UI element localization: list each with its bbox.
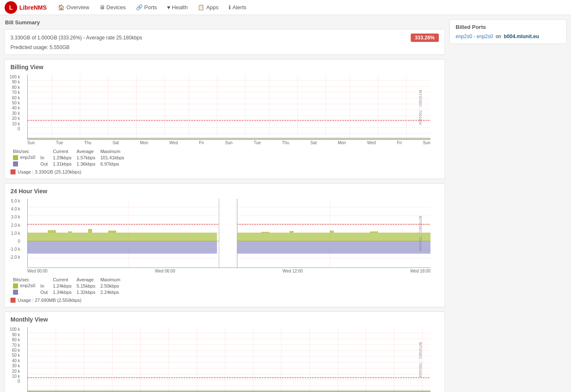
svg-rect-51: [261, 232, 269, 233]
bill-summary-header: Bill Summary: [4, 19, 445, 26]
billing-legend: Bits/sec Current Average Maximum enp2s0 …: [10, 148, 439, 174]
nav-health-label: Health: [172, 4, 188, 10]
nav-devices-label: Devices: [107, 4, 126, 10]
monthly-chart-wrapper: 100 k 90 k 80 k 70 k 60 k 50 k 40 k 30 k…: [27, 327, 430, 392]
bill-summary-row: 3.330GB of 1.000GB (333.26%) - Average r…: [10, 34, 439, 42]
24h-legend-header: Bits/sec Current Average Maximum: [10, 277, 123, 283]
nav-ports[interactable]: 🔗 Ports: [131, 1, 162, 14]
legend-color-in: [13, 155, 18, 160]
nav-alerts-label: Alerts: [232, 4, 246, 10]
24h-legend: Bits/sec Current Average Maximum enp2s0 …: [10, 277, 439, 303]
brand-name: LibreNMS: [19, 4, 47, 11]
24h-legend-color-out: [13, 290, 18, 295]
svg-rect-50: [108, 231, 116, 233]
svg-rect-53: [330, 231, 334, 233]
apps-icon: 📋: [198, 4, 204, 10]
home-icon: 🏠: [58, 4, 65, 10]
right-panel: Billed Ports enp2s0 - enp2s0 on b004.mlu…: [449, 19, 567, 392]
port-link[interactable]: enp2s0 - enp2s0: [456, 34, 493, 39]
nav-alerts[interactable]: ℹ Alerts: [224, 1, 251, 14]
billing-chart-svg: [27, 75, 430, 140]
monthly-chart-svg: [27, 327, 430, 392]
bill-badge: 333.26%: [411, 34, 439, 42]
24h-legend-color-in: [13, 283, 18, 288]
24h-usage-text: Usage : 27.690MB (2.550kbps): [18, 298, 81, 303]
svg-rect-28: [28, 138, 430, 139]
billing-right-label: BITS/SEC : 7001604: [418, 90, 422, 125]
svg-rect-46: [237, 241, 430, 254]
24h-legend-out: Out 1.34kbps 1.32kbps 2.24kbps: [10, 289, 123, 295]
nav-apps[interactable]: 📋 Apps: [193, 1, 224, 14]
left-panel: Bill Summary 3.330GB of 1.000GB (333.26%…: [4, 19, 445, 392]
alerts-icon: ℹ: [229, 4, 231, 10]
svg-rect-44: [237, 233, 430, 241]
bill-summary-box: 3.330GB of 1.000GB (333.26%) - Average r…: [4, 29, 445, 55]
billing-view-title: Billing View: [10, 64, 439, 70]
nav-overview-label: Overview: [66, 4, 89, 10]
24h-right-label: BITS/SEC : 7001604: [418, 216, 422, 251]
svg-rect-84: [28, 391, 430, 392]
view-24h-section: 24 Hour View 5.0 k 4.0 k 3.0 k 2.0 k 1.0…: [4, 183, 445, 307]
billing-usage-line: Usage : 3.330GB (25.120kbps): [10, 169, 439, 174]
24h-usage-red-icon: [10, 298, 16, 303]
monthly-right-label: BITS/SEC : 7001604: [418, 342, 422, 377]
24h-legend-in: enp2s0 In 1.24kbps 5.15kbps 2.50kbps: [10, 283, 123, 289]
legend-row-out: Out 1.31kbps 1.36kbps 6.97kbps: [10, 161, 127, 167]
chart-24h-wrapper: 5.0 k 4.0 k 3.0 k 2.0 k 1.0 k 0 -1.0 k -…: [27, 199, 430, 273]
bill-summary-detail: 3.330GB of 1.000GB (333.26%) - Average r…: [10, 35, 142, 41]
billing-chart-wrapper: 100 k 90 k 80 k 70 k 60 k 50 k 40 k 30 k…: [27, 75, 430, 145]
24h-usage-line: Usage : 27.690MB (2.550kbps): [10, 298, 439, 303]
navbar: L LibreNMS 🏠 Overview 🖥 Devices 🔗 Ports …: [0, 0, 571, 15]
billing-usage-text: Usage : 3.330GB (25.120kbps): [18, 169, 81, 174]
24h-legend-table: Bits/sec Current Average Maximum enp2s0 …: [10, 277, 123, 295]
billing-view-section: Billing View 100 k 90 k 80 k 70 k 60 k 5…: [4, 59, 445, 179]
svg-rect-45: [28, 241, 217, 254]
billing-x-axis: Sun Tue Thu Sat Mon Wed Fri Sun Tue Thu …: [27, 140, 430, 145]
nav-ports-label: Ports: [144, 4, 157, 10]
health-icon: ♥: [167, 4, 170, 10]
legend-row-in: enp2s0 In 1.29kbps 1.57kbps 101.41kbps: [10, 154, 127, 161]
svg-rect-55: [219, 199, 237, 268]
nav-health[interactable]: ♥ Health: [162, 1, 193, 14]
24h-chart-svg: [27, 199, 430, 268]
monthly-view-title: Monthly View: [10, 316, 439, 323]
view-24h-title: 24 Hour View: [10, 188, 439, 195]
svg-text:L: L: [9, 4, 13, 11]
logo-icon: L: [4, 1, 18, 14]
nav-devices[interactable]: 🖥 Devices: [94, 1, 131, 14]
monthly-y-axis: 100 k 90 k 80 k 70 k 60 k 50 k 40 k 30 k…: [10, 327, 20, 384]
usage-red-icon: [10, 169, 16, 174]
legend-header-row: Bits/sec Current Average Maximum: [10, 148, 127, 154]
billing-y-axis: 100 k 90 k 80 k 70 k 60 k 50 k 40 k 30 k…: [10, 75, 20, 131]
svg-rect-43: [28, 233, 217, 241]
ports-icon: 🔗: [136, 4, 143, 10]
legend-color-out: [13, 161, 18, 166]
device-link[interactable]: b004.mlunit.eu: [504, 34, 539, 39]
svg-rect-49: [88, 229, 92, 233]
predicted-usage: Predicted usage: 5.550GB: [10, 44, 439, 50]
monthly-view-section: Monthly View 100 k 90 k 80 k 70 k 60 k 5…: [4, 312, 445, 392]
svg-rect-47: [48, 230, 56, 233]
on-text: on: [495, 34, 501, 39]
devices-icon: 🖥: [99, 4, 105, 10]
billed-ports-box: Billed Ports enp2s0 - enp2s0 on b004.mlu…: [449, 19, 567, 44]
svg-rect-52: [289, 231, 294, 233]
brand[interactable]: L LibreNMS: [4, 1, 47, 14]
nav-apps-label: Apps: [206, 4, 219, 10]
svg-rect-48: [68, 231, 72, 233]
nav-items: 🏠 Overview 🖥 Devices 🔗 Ports ♥ Health 📋 …: [53, 1, 251, 14]
svg-rect-54: [370, 231, 378, 233]
billed-ports-row: enp2s0 - enp2s0 on b004.mlunit.eu: [456, 34, 561, 39]
billed-ports-title: Billed Ports: [456, 24, 561, 30]
24h-y-axis: 5.0 k 4.0 k 3.0 k 2.0 k 1.0 k 0 -1.0 k -…: [10, 199, 20, 260]
nav-overview[interactable]: 🏠 Overview: [53, 1, 94, 14]
24h-x-axis: Wed 00:00 Wed 06:00 Wed 12:00 Wed 18:00: [27, 269, 430, 273]
billing-legend-table: Bits/sec Current Average Maximum enp2s0 …: [10, 148, 127, 167]
main-content: Bill Summary 3.330GB of 1.000GB (333.26%…: [0, 15, 571, 392]
